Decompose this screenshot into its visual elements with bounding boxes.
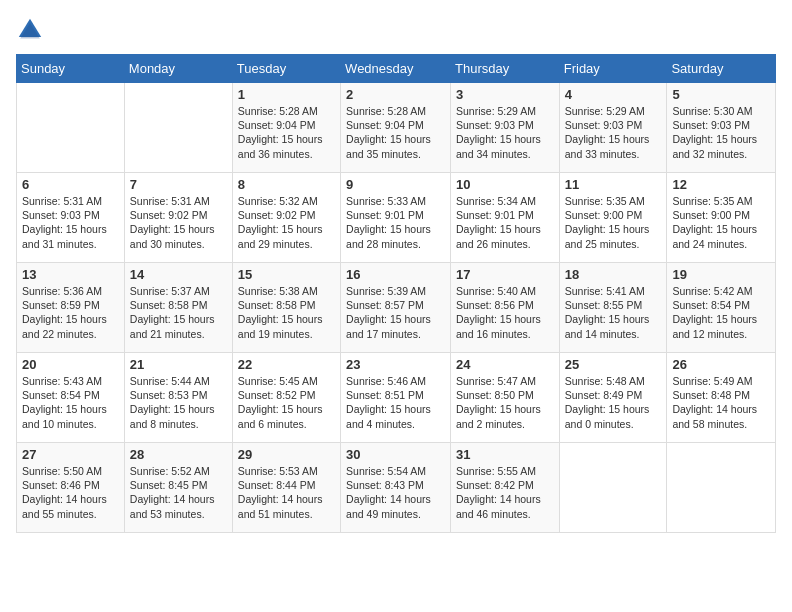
day-cell: 11Sunrise: 5:35 AM Sunset: 9:00 PM Dayli… <box>559 173 667 263</box>
day-number: 10 <box>456 177 554 192</box>
day-info: Sunrise: 5:39 AM Sunset: 8:57 PM Dayligh… <box>346 284 445 341</box>
day-cell <box>667 443 776 533</box>
weekday-header-wednesday: Wednesday <box>341 55 451 83</box>
week-row-3: 13Sunrise: 5:36 AM Sunset: 8:59 PM Dayli… <box>17 263 776 353</box>
day-info: Sunrise: 5:35 AM Sunset: 9:00 PM Dayligh… <box>672 194 770 251</box>
day-info: Sunrise: 5:29 AM Sunset: 9:03 PM Dayligh… <box>456 104 554 161</box>
day-info: Sunrise: 5:36 AM Sunset: 8:59 PM Dayligh… <box>22 284 119 341</box>
day-info: Sunrise: 5:31 AM Sunset: 9:03 PM Dayligh… <box>22 194 119 251</box>
day-number: 1 <box>238 87 335 102</box>
day-info: Sunrise: 5:33 AM Sunset: 9:01 PM Dayligh… <box>346 194 445 251</box>
day-number: 26 <box>672 357 770 372</box>
day-cell: 24Sunrise: 5:47 AM Sunset: 8:50 PM Dayli… <box>451 353 560 443</box>
day-cell: 31Sunrise: 5:55 AM Sunset: 8:42 PM Dayli… <box>451 443 560 533</box>
day-cell: 16Sunrise: 5:39 AM Sunset: 8:57 PM Dayli… <box>341 263 451 353</box>
weekday-header-sunday: Sunday <box>17 55 125 83</box>
day-cell: 27Sunrise: 5:50 AM Sunset: 8:46 PM Dayli… <box>17 443 125 533</box>
day-cell: 21Sunrise: 5:44 AM Sunset: 8:53 PM Dayli… <box>124 353 232 443</box>
day-cell: 18Sunrise: 5:41 AM Sunset: 8:55 PM Dayli… <box>559 263 667 353</box>
week-row-2: 6Sunrise: 5:31 AM Sunset: 9:03 PM Daylig… <box>17 173 776 263</box>
calendar-table: SundayMondayTuesdayWednesdayThursdayFrid… <box>16 54 776 533</box>
day-number: 30 <box>346 447 445 462</box>
day-number: 2 <box>346 87 445 102</box>
day-cell: 23Sunrise: 5:46 AM Sunset: 8:51 PM Dayli… <box>341 353 451 443</box>
day-number: 9 <box>346 177 445 192</box>
day-info: Sunrise: 5:38 AM Sunset: 8:58 PM Dayligh… <box>238 284 335 341</box>
day-info: Sunrise: 5:46 AM Sunset: 8:51 PM Dayligh… <box>346 374 445 431</box>
day-number: 25 <box>565 357 662 372</box>
day-info: Sunrise: 5:47 AM Sunset: 8:50 PM Dayligh… <box>456 374 554 431</box>
page-header <box>16 16 776 44</box>
day-cell: 8Sunrise: 5:32 AM Sunset: 9:02 PM Daylig… <box>232 173 340 263</box>
day-cell: 22Sunrise: 5:45 AM Sunset: 8:52 PM Dayli… <box>232 353 340 443</box>
day-cell: 5Sunrise: 5:30 AM Sunset: 9:03 PM Daylig… <box>667 83 776 173</box>
day-cell: 6Sunrise: 5:31 AM Sunset: 9:03 PM Daylig… <box>17 173 125 263</box>
day-cell: 20Sunrise: 5:43 AM Sunset: 8:54 PM Dayli… <box>17 353 125 443</box>
day-number: 22 <box>238 357 335 372</box>
day-info: Sunrise: 5:42 AM Sunset: 8:54 PM Dayligh… <box>672 284 770 341</box>
week-row-4: 20Sunrise: 5:43 AM Sunset: 8:54 PM Dayli… <box>17 353 776 443</box>
day-number: 18 <box>565 267 662 282</box>
day-number: 14 <box>130 267 227 282</box>
day-info: Sunrise: 5:37 AM Sunset: 8:58 PM Dayligh… <box>130 284 227 341</box>
day-info: Sunrise: 5:34 AM Sunset: 9:01 PM Dayligh… <box>456 194 554 251</box>
week-row-1: 1Sunrise: 5:28 AM Sunset: 9:04 PM Daylig… <box>17 83 776 173</box>
weekday-header-friday: Friday <box>559 55 667 83</box>
day-number: 8 <box>238 177 335 192</box>
day-number: 28 <box>130 447 227 462</box>
logo-icon <box>16 16 44 44</box>
day-info: Sunrise: 5:31 AM Sunset: 9:02 PM Dayligh… <box>130 194 227 251</box>
day-cell: 19Sunrise: 5:42 AM Sunset: 8:54 PM Dayli… <box>667 263 776 353</box>
day-number: 29 <box>238 447 335 462</box>
day-cell: 26Sunrise: 5:49 AM Sunset: 8:48 PM Dayli… <box>667 353 776 443</box>
day-info: Sunrise: 5:44 AM Sunset: 8:53 PM Dayligh… <box>130 374 227 431</box>
day-cell: 30Sunrise: 5:54 AM Sunset: 8:43 PM Dayli… <box>341 443 451 533</box>
day-cell: 10Sunrise: 5:34 AM Sunset: 9:01 PM Dayli… <box>451 173 560 263</box>
day-info: Sunrise: 5:54 AM Sunset: 8:43 PM Dayligh… <box>346 464 445 521</box>
day-cell: 25Sunrise: 5:48 AM Sunset: 8:49 PM Dayli… <box>559 353 667 443</box>
weekday-header-row: SundayMondayTuesdayWednesdayThursdayFrid… <box>17 55 776 83</box>
day-number: 21 <box>130 357 227 372</box>
day-cell: 17Sunrise: 5:40 AM Sunset: 8:56 PM Dayli… <box>451 263 560 353</box>
day-info: Sunrise: 5:48 AM Sunset: 8:49 PM Dayligh… <box>565 374 662 431</box>
day-info: Sunrise: 5:28 AM Sunset: 9:04 PM Dayligh… <box>238 104 335 161</box>
day-cell: 1Sunrise: 5:28 AM Sunset: 9:04 PM Daylig… <box>232 83 340 173</box>
day-cell: 12Sunrise: 5:35 AM Sunset: 9:00 PM Dayli… <box>667 173 776 263</box>
day-cell: 3Sunrise: 5:29 AM Sunset: 9:03 PM Daylig… <box>451 83 560 173</box>
day-info: Sunrise: 5:28 AM Sunset: 9:04 PM Dayligh… <box>346 104 445 161</box>
day-cell: 2Sunrise: 5:28 AM Sunset: 9:04 PM Daylig… <box>341 83 451 173</box>
day-cell <box>124 83 232 173</box>
day-info: Sunrise: 5:55 AM Sunset: 8:42 PM Dayligh… <box>456 464 554 521</box>
day-info: Sunrise: 5:49 AM Sunset: 8:48 PM Dayligh… <box>672 374 770 431</box>
day-number: 12 <box>672 177 770 192</box>
day-info: Sunrise: 5:40 AM Sunset: 8:56 PM Dayligh… <box>456 284 554 341</box>
week-row-5: 27Sunrise: 5:50 AM Sunset: 8:46 PM Dayli… <box>17 443 776 533</box>
day-number: 27 <box>22 447 119 462</box>
day-number: 5 <box>672 87 770 102</box>
weekday-header-monday: Monday <box>124 55 232 83</box>
logo <box>16 16 48 44</box>
day-number: 19 <box>672 267 770 282</box>
day-number: 13 <box>22 267 119 282</box>
day-info: Sunrise: 5:41 AM Sunset: 8:55 PM Dayligh… <box>565 284 662 341</box>
day-info: Sunrise: 5:30 AM Sunset: 9:03 PM Dayligh… <box>672 104 770 161</box>
day-cell: 28Sunrise: 5:52 AM Sunset: 8:45 PM Dayli… <box>124 443 232 533</box>
day-info: Sunrise: 5:32 AM Sunset: 9:02 PM Dayligh… <box>238 194 335 251</box>
day-cell <box>559 443 667 533</box>
weekday-header-saturday: Saturday <box>667 55 776 83</box>
day-number: 11 <box>565 177 662 192</box>
day-cell <box>17 83 125 173</box>
weekday-header-thursday: Thursday <box>451 55 560 83</box>
day-cell: 29Sunrise: 5:53 AM Sunset: 8:44 PM Dayli… <box>232 443 340 533</box>
day-cell: 9Sunrise: 5:33 AM Sunset: 9:01 PM Daylig… <box>341 173 451 263</box>
day-cell: 7Sunrise: 5:31 AM Sunset: 9:02 PM Daylig… <box>124 173 232 263</box>
day-number: 20 <box>22 357 119 372</box>
day-info: Sunrise: 5:43 AM Sunset: 8:54 PM Dayligh… <box>22 374 119 431</box>
day-number: 7 <box>130 177 227 192</box>
day-number: 3 <box>456 87 554 102</box>
day-info: Sunrise: 5:52 AM Sunset: 8:45 PM Dayligh… <box>130 464 227 521</box>
day-cell: 13Sunrise: 5:36 AM Sunset: 8:59 PM Dayli… <box>17 263 125 353</box>
day-number: 31 <box>456 447 554 462</box>
day-info: Sunrise: 5:35 AM Sunset: 9:00 PM Dayligh… <box>565 194 662 251</box>
day-cell: 14Sunrise: 5:37 AM Sunset: 8:58 PM Dayli… <box>124 263 232 353</box>
